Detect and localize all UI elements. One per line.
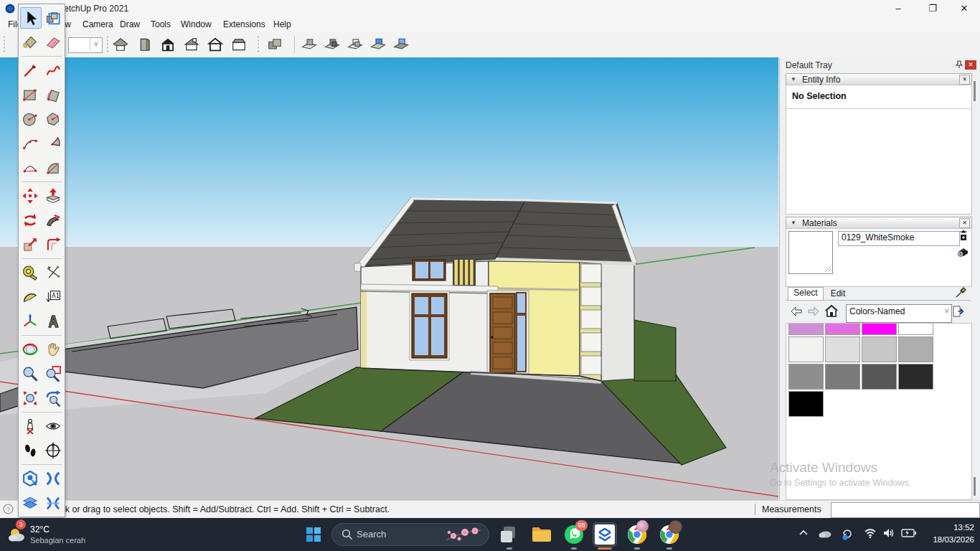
menu-draw[interactable]: Draw — [118, 19, 142, 30]
restore-button[interactable]: ❐ — [917, 0, 948, 17]
tool-north-tool-icon[interactable]: U — [43, 441, 63, 461]
sync-update-icon[interactable] — [841, 527, 854, 540]
material-name-field[interactable]: 0129_WhiteSmoke — [838, 231, 960, 246]
tool-axes-icon[interactable] — [20, 311, 40, 331]
collapse-icon[interactable]: ▼ — [791, 220, 796, 226]
toolbar-grip[interactable] — [3, 35, 6, 54]
secondary-pane-icon[interactable] — [958, 230, 969, 241]
section-display-toggle-icon[interactable] — [323, 35, 341, 54]
swatch-lightgray[interactable] — [862, 336, 897, 362]
tool-follow-me-icon[interactable] — [43, 210, 63, 230]
tool-line-icon[interactable] — [20, 60, 40, 80]
tool-look-around-icon[interactable] — [43, 416, 63, 436]
modeling-viewport[interactable] — [0, 57, 778, 500]
pin-icon[interactable] — [955, 60, 963, 69]
tool-dimensions-icon[interactable] — [43, 263, 63, 283]
house-model[interactable] — [354, 197, 637, 384]
views-right-icon[interactable] — [135, 35, 154, 54]
tool-zoom-extents-icon[interactable] — [20, 388, 40, 408]
swatch-gainsboro[interactable] — [825, 336, 860, 362]
hidden-icons-chevron[interactable] — [798, 527, 809, 539]
taskbar-task-view-icon[interactable] — [498, 523, 521, 546]
tool-paint-bucket-icon[interactable] — [20, 32, 40, 52]
taskbar-file-explorer-icon[interactable] — [530, 523, 553, 546]
tool-rotated-rectangle-icon[interactable] — [43, 85, 63, 105]
section-plane-tool-icon[interactable] — [300, 35, 319, 54]
tray-scrollbar[interactable] — [973, 75, 977, 499]
tool-make-component-icon[interactable] — [44, 8, 64, 28]
tool-section-plane-icon[interactable] — [20, 468, 40, 489]
views-front-icon[interactable] — [159, 35, 177, 54]
search-extension-combobox[interactable]: ˅ — [68, 37, 103, 53]
materials-close-icon[interactable]: ✕ — [959, 218, 970, 228]
views-left-icon[interactable] — [230, 35, 248, 54]
tool-zoom-icon[interactable] — [20, 364, 40, 384]
forward-arrow-icon[interactable] — [807, 306, 820, 317]
speaker-icon[interactable] — [882, 527, 895, 539]
tool-section-layers-icon[interactable] — [20, 493, 40, 513]
section-outer-toggle-icon[interactable] — [392, 35, 410, 54]
wifi-icon[interactable] — [864, 527, 877, 539]
battery-icon[interactable] — [901, 527, 917, 539]
tool-text-icon[interactable]: A1 — [43, 287, 63, 307]
tool-tape-measure-icon[interactable] — [20, 263, 40, 283]
swatch-gray[interactable] — [788, 364, 824, 390]
tray-close-icon[interactable]: ✕ — [965, 60, 976, 70]
create-material-icon[interactable] — [957, 245, 970, 258]
tool-arc-icon[interactable] — [20, 133, 40, 154]
swatch-whitesmoke[interactable] — [788, 336, 824, 362]
back-arrow-icon[interactable] — [790, 306, 803, 317]
menu-camera[interactable]: Camera — [80, 19, 116, 30]
collapse-icon[interactable]: ▼ — [791, 76, 796, 83]
swatch-dimgray[interactable] — [825, 364, 860, 390]
section-toolbar-grip[interactable] — [257, 35, 260, 54]
geolocation-help-icon[interactable]: ? — [3, 504, 14, 514]
tool-two-point-arc-icon[interactable] — [20, 158, 40, 178]
menu-tools[interactable]: Tools — [149, 19, 173, 30]
views-back-icon[interactable] — [206, 35, 225, 54]
swatch-orchid[interactable] — [825, 323, 860, 335]
section-fill-toggle-icon[interactable] — [369, 35, 387, 54]
tool-3d-text-icon[interactable] — [43, 311, 63, 331]
views-toolbar-grip[interactable] — [106, 35, 109, 54]
tool-move-icon[interactable] — [20, 186, 40, 206]
tool-rectangle-icon[interactable] — [20, 85, 40, 105]
onedrive-cloud-icon[interactable] — [818, 527, 832, 539]
tool-select-icon[interactable] — [20, 7, 42, 29]
tool-zoom-window-icon[interactable] — [43, 364, 63, 384]
section-cut-toggle-icon[interactable] — [346, 35, 364, 54]
tab-edit[interactable]: Edit — [824, 288, 852, 300]
tool-push-pull-icon[interactable] — [43, 186, 63, 206]
tool-offset-icon[interactable] — [43, 235, 63, 255]
tool-pie-icon[interactable] — [43, 133, 63, 154]
tab-select[interactable]: Select — [788, 287, 824, 301]
taskbar-chrome-profile-2-icon[interactable] — [658, 523, 681, 546]
tool-eraser-icon[interactable] — [43, 32, 63, 52]
measurements-input[interactable] — [831, 502, 980, 518]
material-preview[interactable] — [788, 231, 833, 274]
eyedropper-icon[interactable] — [955, 287, 966, 298]
tool-pan-icon[interactable] — [43, 339, 63, 359]
minimize-button[interactable]: – — [882, 0, 914, 17]
close-button[interactable]: ✕ — [948, 0, 980, 17]
weather-widget[interactable]: 3 32°C Sebagian cerah — [4, 521, 112, 548]
tool-freehand-icon[interactable] — [43, 60, 63, 80]
swatch-silver[interactable] — [898, 336, 933, 362]
tool-section-x2-icon[interactable] — [43, 493, 63, 513]
swatch-jet[interactable] — [898, 364, 933, 390]
menu-extensions[interactable]: Extensions — [221, 19, 268, 30]
tool-section-x1-icon[interactable] — [43, 468, 63, 489]
entity-info-close-icon[interactable]: ✕ — [959, 75, 970, 85]
menu-window[interactable]: Window — [179, 19, 214, 30]
collection-dropdown[interactable]: Colors-Named ˅ — [846, 304, 952, 323]
styles-tool-icon[interactable] — [265, 35, 284, 54]
tool-orbit-icon[interactable] — [20, 339, 40, 359]
taskbar-whatsapp-icon[interactable]: 98 — [562, 523, 585, 546]
search-box[interactable]: Search — [331, 523, 489, 546]
home-icon[interactable] — [824, 304, 839, 318]
large-tool-set-palette[interactable]: A1U — [18, 4, 65, 517]
tool-circle-icon[interactable] — [20, 109, 40, 129]
swatch-magenta[interactable] — [862, 323, 897, 335]
menu-help[interactable]: Help — [271, 19, 293, 30]
chevron-down-icon[interactable]: ˅ — [945, 306, 949, 315]
